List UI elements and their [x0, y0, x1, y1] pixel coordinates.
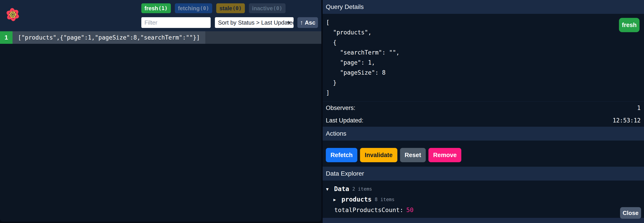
- sort-direction-button[interactable]: ↑ Asc: [298, 17, 318, 28]
- query-key-line: }: [326, 78, 644, 88]
- observer-count-badge: 1: [0, 31, 12, 44]
- tree-row-data[interactable]: ▼ Data 2 items: [323, 184, 644, 194]
- observers-value: 1: [637, 105, 641, 111]
- react-query-logo-icon: [5, 6, 20, 22]
- query-details-title: Query Details: [326, 3, 364, 10]
- observers-row: Observers: 1: [323, 102, 644, 114]
- query-list-panel: fresh(1) fetching(0) stale(0) inactive(0…: [0, 0, 321, 222]
- query-status-badge: fresh: [619, 18, 640, 32]
- status-filter-count: (0): [232, 5, 242, 11]
- tree-row-products[interactable]: ▶ products 8 items: [323, 194, 644, 205]
- last-updated-row: Last Updated: 12:53:12: [323, 114, 644, 127]
- sort-direction-label: Asc: [305, 19, 316, 26]
- query-list-toolbar: fresh(1) fetching(0) stale(0) inactive(0…: [0, 0, 321, 31]
- chevron-down-icon: [287, 22, 291, 24]
- triangle-down-icon: ▼: [326, 187, 334, 192]
- data-explorer-title: Data Explorer: [326, 170, 364, 177]
- query-key-line: "products",: [326, 27, 644, 37]
- query-details-header: Query Details: [323, 0, 644, 14]
- status-filter-label: stale: [219, 5, 232, 12]
- query-list-row[interactable]: 1 ["products",{"page":1,"pageSize":8,"se…: [0, 31, 321, 44]
- last-updated-value: 12:53:12: [613, 117, 641, 124]
- refetch-button[interactable]: Refetch: [326, 148, 357, 162]
- query-row-filler: [205, 31, 321, 44]
- data-explorer-tree: ▼ Data 2 items ▶ products 8 items totalP…: [323, 181, 644, 218]
- arrow-up-icon: ↑: [300, 19, 303, 26]
- query-filter-input[interactable]: [141, 17, 211, 28]
- actions-title: Actions: [326, 130, 346, 137]
- last-updated-label: Last Updated:: [326, 117, 363, 124]
- triangle-right-icon: ▶: [334, 197, 342, 202]
- tree-node-label: products: [342, 196, 372, 203]
- data-explorer-header: Data Explorer: [323, 167, 644, 181]
- close-button[interactable]: Close: [620, 207, 641, 219]
- status-filter-count: (0): [273, 5, 282, 11]
- remove-button[interactable]: Remove: [428, 148, 461, 162]
- sort-select[interactable]: Sort by Status > Last Updated: [215, 17, 294, 28]
- status-filter-count: (1): [158, 5, 168, 11]
- status-filter-fetching[interactable]: fetching(0): [175, 3, 212, 13]
- invalidate-button[interactable]: Invalidate: [360, 148, 397, 162]
- tree-row-total-products-count: totalProductsCount: 50: [323, 205, 644, 215]
- query-key-line: {: [326, 37, 644, 48]
- tree-leaf-value: 50: [406, 207, 414, 214]
- status-filter-label: fetching: [178, 5, 200, 12]
- query-key-line: "page": 1,: [326, 58, 644, 68]
- query-key-line: [: [326, 17, 644, 27]
- tree-node-meta: 8 items: [375, 197, 395, 202]
- query-key-line: "searchTerm": "",: [326, 48, 644, 58]
- query-key-text: ["products",{"page":1,"pageSize":8,"sear…: [12, 31, 205, 44]
- sort-select-value: Sort by Status > Last Updated: [218, 19, 294, 26]
- status-filter-inactive[interactable]: inactive(0): [249, 3, 286, 13]
- status-filter-label: fresh: [144, 5, 158, 12]
- status-filter-row: fresh(1) fetching(0) stale(0) inactive(0…: [141, 3, 286, 13]
- query-details-panel: Query Details [ "products", { "searchTer…: [323, 0, 644, 223]
- query-key-line: "pageSize": 8: [326, 68, 644, 78]
- actions-row: Refetch Invalidate Reset Remove: [323, 141, 644, 167]
- tree-node-label: Data: [334, 185, 349, 193]
- query-key-block: [ "products", { "searchTerm": "", "page"…: [323, 14, 644, 102]
- tree-node-meta: 2 items: [352, 186, 372, 192]
- reset-button[interactable]: Reset: [400, 148, 426, 162]
- status-filter-count: (0): [200, 5, 209, 11]
- query-key-line: ]: [326, 88, 644, 98]
- status-filter-fresh[interactable]: fresh(1): [141, 3, 171, 13]
- actions-header: Actions: [323, 127, 644, 141]
- observers-label: Observers:: [326, 105, 355, 111]
- status-filter-label: inactive: [252, 5, 273, 12]
- status-filter-stale[interactable]: stale(0): [216, 3, 245, 13]
- panel-footer: [323, 218, 644, 223]
- tree-leaf-key: totalProductsCount:: [334, 207, 404, 214]
